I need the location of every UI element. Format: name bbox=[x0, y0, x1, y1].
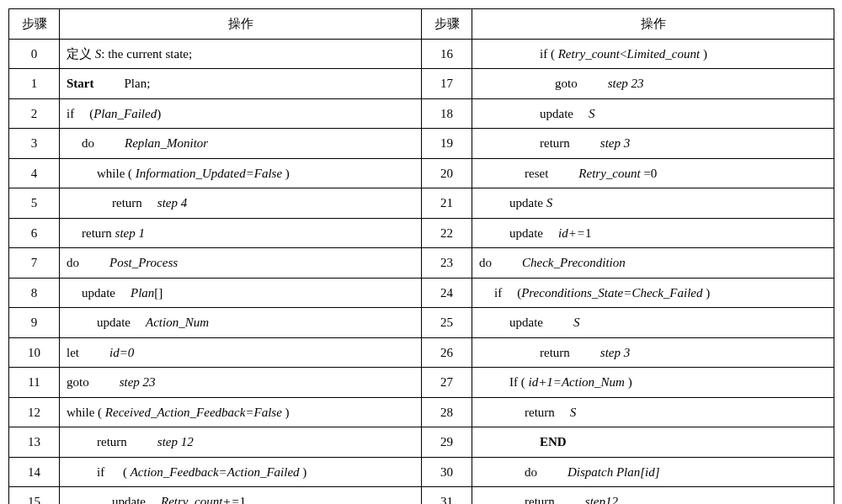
table-row: 12while ( Received_Action_Feedback=False… bbox=[9, 397, 834, 427]
operation-right: doDispatch Plan[id] bbox=[472, 457, 834, 487]
operation-right: if(Preconditions_State=Check_Failed ) bbox=[472, 278, 834, 308]
step-number-left: 0 bbox=[9, 39, 60, 69]
operation-left: updatePlan[] bbox=[60, 278, 422, 308]
table-row: 14if ( Action_Feedback=Action_Failed )30… bbox=[9, 457, 834, 487]
step-number-left: 11 bbox=[9, 368, 60, 398]
operation-right: doCheck_Precondition bbox=[472, 248, 834, 279]
step-number-left: 7 bbox=[9, 248, 60, 279]
operation-left: gotostep 23 bbox=[60, 368, 422, 398]
step-number-left: 9 bbox=[9, 308, 60, 338]
table-row: 7doPost_Process23doCheck_Precondition bbox=[9, 248, 834, 279]
operation-right: resetRetry_count =0 bbox=[472, 158, 834, 188]
header-step-right: 步骤 bbox=[422, 9, 472, 40]
step-number-right: 16 bbox=[422, 39, 472, 69]
step-number-right: 31 bbox=[422, 487, 472, 505]
step-number-right: 24 bbox=[422, 278, 472, 308]
operation-left: doReplan_Monitor bbox=[60, 129, 422, 159]
table-row: 2if(Plan_Failed)18updateS bbox=[9, 98, 834, 129]
operation-right: updateS bbox=[472, 98, 834, 129]
table-row: 10letid=026returnstep 3 bbox=[9, 337, 834, 368]
step-number-left: 3 bbox=[9, 129, 60, 159]
table-row: 13returnstep 1229END bbox=[9, 427, 834, 458]
header-step-left: 步骤 bbox=[9, 9, 60, 40]
operation-left: doPost_Process bbox=[60, 248, 422, 279]
step-number-right: 28 bbox=[422, 397, 472, 427]
step-number-left: 8 bbox=[9, 278, 60, 308]
operation-right: returnstep 3 bbox=[472, 129, 834, 159]
operation-right: if ( Retry_count<Limited_count ) bbox=[472, 39, 834, 69]
step-number-left: 4 bbox=[9, 158, 60, 188]
table-row: 11gotostep 2327If ( id+1=Action_Num ) bbox=[9, 368, 834, 398]
step-number-left: 10 bbox=[9, 337, 60, 368]
operation-left: if ( Action_Feedback=Action_Failed ) bbox=[60, 457, 422, 487]
operation-left: letid=0 bbox=[60, 337, 422, 368]
step-number-right: 25 bbox=[422, 308, 472, 338]
step-number-left: 13 bbox=[9, 427, 60, 458]
operation-right: update S bbox=[472, 188, 834, 219]
step-number-left: 2 bbox=[9, 98, 60, 129]
step-number-right: 20 bbox=[422, 158, 472, 188]
operation-left: updateRetry_count+=1 bbox=[60, 487, 422, 505]
step-number-right: 21 bbox=[422, 188, 472, 219]
step-number-right: 19 bbox=[422, 129, 472, 159]
step-number-left: 5 bbox=[9, 188, 60, 219]
header-op-right: 操作 bbox=[472, 9, 834, 40]
header-op-left: 操作 bbox=[60, 9, 422, 40]
operation-left: updateAction_Num bbox=[60, 308, 422, 338]
table-row: 1StartPlan;17gotostep 23 bbox=[9, 69, 834, 99]
pseudocode-table: 步骤 操作 步骤 操作 0定义 S: the current state;16i… bbox=[8, 8, 834, 504]
operation-left: return step 1 bbox=[60, 218, 422, 248]
table-row: 5returnstep 421update S bbox=[9, 188, 834, 219]
step-number-left: 12 bbox=[9, 397, 60, 427]
step-number-right: 22 bbox=[422, 218, 472, 248]
step-number-left: 1 bbox=[9, 69, 60, 99]
operation-right: gotostep 23 bbox=[472, 69, 834, 99]
operation-left: returnstep 12 bbox=[60, 427, 422, 458]
operation-left: if(Plan_Failed) bbox=[60, 98, 422, 129]
operation-right: updateid+=1 bbox=[472, 218, 834, 248]
operation-left: while ( Received_Action_Feedback=False ) bbox=[60, 397, 422, 427]
step-number-left: 14 bbox=[9, 457, 60, 487]
table-row: 4while ( Information_Updated=False )20re… bbox=[9, 158, 834, 188]
operation-left: returnstep 4 bbox=[60, 188, 422, 219]
operation-right: returnS bbox=[472, 397, 834, 427]
table-row: 3doReplan_Monitor19returnstep 3 bbox=[9, 129, 834, 159]
table-row: 6return step 122updateid+=1 bbox=[9, 218, 834, 248]
step-number-right: 23 bbox=[422, 248, 472, 279]
step-number-right: 27 bbox=[422, 368, 472, 398]
operation-right: If ( id+1=Action_Num ) bbox=[472, 368, 834, 398]
table-header-row: 步骤 操作 步骤 操作 bbox=[9, 9, 834, 40]
step-number-right: 30 bbox=[422, 457, 472, 487]
step-number-right: 29 bbox=[422, 427, 472, 458]
operation-left: 定义 S: the current state; bbox=[60, 39, 422, 69]
table-row: 9updateAction_Num25updateS bbox=[9, 308, 834, 338]
step-number-left: 6 bbox=[9, 218, 60, 248]
table-row: 15updateRetry_count+=131returnstep12 bbox=[9, 487, 834, 505]
step-number-right: 17 bbox=[422, 69, 472, 99]
table-row: 8updatePlan[]24if(Preconditions_State=Ch… bbox=[9, 278, 834, 308]
operation-left: while ( Information_Updated=False ) bbox=[60, 158, 422, 188]
operation-right: returnstep12 bbox=[472, 487, 834, 505]
operation-right: END bbox=[472, 427, 834, 458]
table-row: 0定义 S: the current state;16if ( Retry_co… bbox=[9, 39, 834, 69]
step-number-left: 15 bbox=[9, 487, 60, 505]
operation-right: updateS bbox=[472, 308, 834, 338]
operation-left: StartPlan; bbox=[60, 69, 422, 99]
operation-right: returnstep 3 bbox=[472, 337, 834, 368]
step-number-right: 18 bbox=[422, 98, 472, 129]
step-number-right: 26 bbox=[422, 337, 472, 368]
